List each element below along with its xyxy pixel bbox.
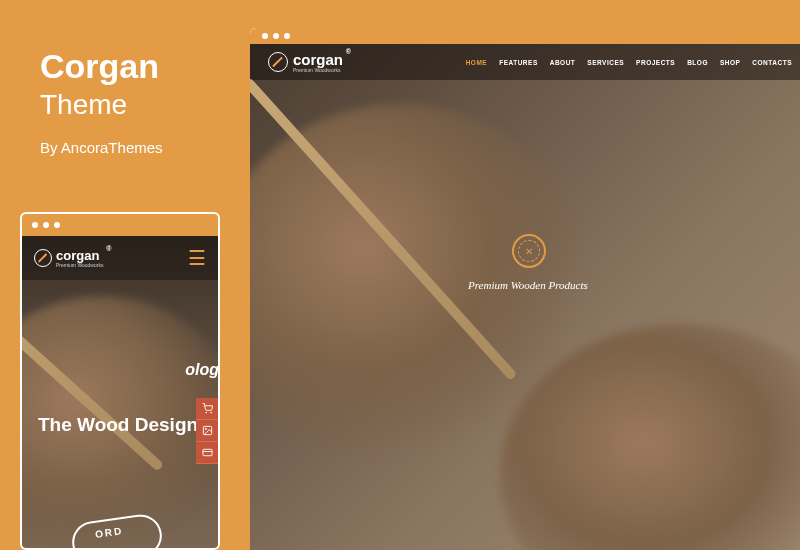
mobile-header: corgan Premium Woodworks ☰ — [22, 236, 218, 280]
cart-icon[interactable] — [196, 398, 218, 420]
mobile-preview-frame: corgan Premium Woodworks ☰ ology The Woo… — [20, 212, 220, 550]
desktop-content: corgan Premium Woodworks HOME FEATURES A… — [250, 44, 800, 550]
partial-text: ology — [185, 361, 218, 379]
window-dot — [262, 33, 268, 39]
logo[interactable]: corgan Premium Woodworks — [268, 51, 343, 73]
nav-projects[interactable]: PROJECTS — [636, 59, 675, 66]
hero-tagline: Premium Wooden Products — [468, 279, 588, 291]
window-dot — [284, 33, 290, 39]
main-nav: HOME FEATURES ABOUT SERVICES PROJECTS BL… — [466, 59, 792, 66]
logo-icon — [268, 52, 288, 72]
theme-author: By AncoraThemes — [40, 139, 230, 156]
theme-subtitle: Theme — [40, 89, 230, 121]
window-dot — [54, 222, 60, 228]
svg-rect-4 — [202, 449, 211, 455]
nav-contacts[interactable]: CONTACTS — [752, 59, 792, 66]
desktop-titlebar — [250, 28, 800, 44]
desktop-header: corgan Premium Woodworks HOME FEATURES A… — [250, 44, 800, 80]
nav-features[interactable]: FEATURES — [499, 59, 538, 66]
logo[interactable]: corgan Premium Woodworks — [34, 248, 103, 268]
mobile-content: corgan Premium Woodworks ☰ ology The Woo… — [22, 236, 218, 548]
badge-icon: ✕ — [518, 240, 540, 262]
window-dot — [273, 33, 279, 39]
quality-badge: ✕ — [512, 234, 546, 268]
theme-title: Corgan — [40, 48, 230, 85]
logo-text: corgan — [293, 51, 343, 68]
image-icon[interactable] — [196, 420, 218, 442]
nav-services[interactable]: SERVICES — [587, 59, 624, 66]
nav-shop[interactable]: SHOP — [720, 59, 740, 66]
side-icons — [196, 398, 218, 464]
window-dot — [32, 222, 38, 228]
svg-point-1 — [210, 412, 211, 413]
nav-home[interactable]: HOME — [466, 59, 488, 66]
logo-text: corgan — [56, 248, 103, 263]
nav-about[interactable]: ABOUT — [550, 59, 576, 66]
hamburger-menu-icon[interactable]: ☰ — [188, 248, 206, 268]
card-icon[interactable] — [196, 442, 218, 464]
svg-point-3 — [205, 428, 206, 429]
hero-headline: The Wood Design — [38, 414, 198, 436]
svg-point-0 — [205, 412, 206, 413]
desktop-preview-frame: corgan Premium Woodworks HOME FEATURES A… — [250, 28, 800, 550]
nav-blog[interactable]: BLOG — [687, 59, 708, 66]
mobile-titlebar — [22, 214, 218, 236]
window-dot — [43, 222, 49, 228]
logo-icon — [34, 249, 52, 267]
